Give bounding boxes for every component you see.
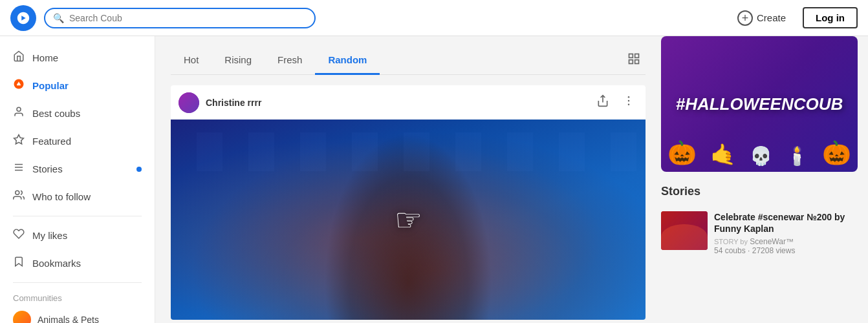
story-card[interactable]: Celebrate #scenewar №200 by Funny Kaplan… bbox=[661, 206, 858, 260]
svg-rect-10 bbox=[635, 60, 639, 64]
search-input[interactable] bbox=[69, 13, 307, 23]
sidebar: Home Popular Best coubs Featured Stories bbox=[0, 36, 155, 323]
story-thumbnail bbox=[661, 211, 708, 250]
svg-point-1 bbox=[17, 107, 21, 111]
sidebar-item-stories[interactable]: Stories bbox=[0, 155, 155, 183]
story-title: Celebrate #scenewar №200 by Funny Kaplan bbox=[714, 211, 858, 234]
sidebar-item-label: Best coubs bbox=[32, 108, 80, 119]
header-right: + Create Log in bbox=[731, 6, 858, 30]
deco-candle-icon: 🕯️ bbox=[786, 145, 808, 167]
stories-badge bbox=[136, 167, 142, 172]
video-card: Christine rrrr bbox=[171, 85, 646, 320]
halloween-banner[interactable]: #HALLOWEENCOUB 🎃 🤙 💀 🕯️ 🎃 bbox=[661, 36, 858, 172]
sidebar-item-label: Bookmarks bbox=[32, 258, 81, 269]
person-icon bbox=[13, 106, 25, 121]
svg-marker-2 bbox=[14, 135, 24, 144]
deco-pumpkin-2: 🎃 bbox=[822, 140, 851, 167]
sidebar-item-popular[interactable]: Popular bbox=[0, 72, 155, 99]
sidebar-item-label: My likes bbox=[32, 230, 67, 241]
video-thumbnail[interactable]: ☞ bbox=[171, 120, 646, 320]
halloween-decorations: 🎃 🤙 💀 🕯️ 🎃 bbox=[661, 120, 858, 172]
community-label: Animals & Pets bbox=[38, 315, 99, 323]
svg-point-14 bbox=[628, 104, 630, 106]
story-stats: 54 coubs · 27208 views bbox=[714, 246, 858, 255]
svg-rect-7 bbox=[629, 54, 633, 58]
sidebar-item-bookmarks[interactable]: Bookmarks bbox=[0, 249, 155, 277]
video-header: Christine rrrr bbox=[171, 85, 646, 120]
sidebar-item-featured[interactable]: Featured bbox=[0, 127, 155, 155]
halloween-title: #HALLOWEENCOUB bbox=[668, 90, 851, 119]
search-bar: 🔍 bbox=[44, 8, 316, 28]
svg-rect-9 bbox=[629, 60, 633, 64]
logo[interactable] bbox=[10, 5, 36, 31]
video-actions bbox=[594, 92, 638, 113]
stories-section-title: Stories bbox=[661, 185, 858, 198]
story-meta: STORY by SceneWar™ bbox=[714, 237, 858, 246]
sidebar-divider bbox=[13, 216, 142, 216]
svg-point-12 bbox=[628, 96, 630, 98]
story-author: SceneWar™ bbox=[750, 237, 794, 246]
sidebar-item-label: Popular bbox=[32, 80, 69, 91]
people-icon bbox=[13, 189, 25, 204]
layout: Home Popular Best coubs Featured Stories bbox=[0, 36, 868, 323]
main-content: Hot Rising Fresh Random Christine rrrr bbox=[155, 36, 661, 323]
create-label: Create bbox=[757, 12, 786, 23]
community-avatar bbox=[13, 311, 31, 323]
story-info: Celebrate #scenewar №200 by Funny Kaplan… bbox=[714, 211, 858, 255]
bookmark-icon bbox=[13, 256, 25, 271]
tab-hot[interactable]: Hot bbox=[171, 47, 212, 75]
cursor-overlay-icon: ☞ bbox=[395, 202, 422, 238]
sidebar-item-label: Home bbox=[32, 52, 58, 63]
header: 🔍 + Create Log in bbox=[0, 0, 868, 36]
sidebar-item-label: Featured bbox=[32, 136, 71, 147]
tab-random[interactable]: Random bbox=[315, 47, 380, 75]
svg-rect-8 bbox=[635, 54, 639, 58]
deco-pumpkin-1: 🎃 bbox=[667, 140, 697, 167]
popular-icon bbox=[13, 78, 25, 93]
communities-label: Communities bbox=[0, 288, 155, 306]
heart-icon bbox=[13, 228, 25, 243]
login-button[interactable]: Log in bbox=[803, 7, 858, 28]
sidebar-item-home[interactable]: Home bbox=[0, 44, 155, 72]
plus-icon: + bbox=[737, 10, 753, 26]
tabs-bar: Hot Rising Fresh Random bbox=[171, 47, 646, 75]
sidebar-community-animals[interactable]: Animals & Pets bbox=[0, 306, 155, 323]
sidebar-item-label: Who to follow bbox=[32, 191, 91, 202]
sidebar-item-best-coubs[interactable]: Best coubs bbox=[0, 99, 155, 127]
sidebar-divider-2 bbox=[13, 282, 142, 283]
create-button[interactable]: + Create bbox=[731, 6, 792, 30]
tab-fresh[interactable]: Fresh bbox=[265, 47, 315, 75]
right-sidebar: #HALLOWEENCOUB 🎃 🤙 💀 🕯️ 🎃 Stories Celeb bbox=[661, 36, 868, 323]
story-meta-prefix: STORY by bbox=[714, 238, 748, 245]
sidebar-item-my-likes[interactable]: My likes bbox=[0, 222, 155, 249]
share-button[interactable] bbox=[594, 92, 612, 113]
more-options-button[interactable] bbox=[620, 92, 638, 113]
sidebar-item-who-to-follow[interactable]: Who to follow bbox=[0, 183, 155, 211]
search-icon: 🔍 bbox=[53, 13, 64, 23]
tab-rising[interactable]: Rising bbox=[212, 47, 265, 75]
sidebar-item-label: Stories bbox=[32, 163, 63, 174]
svg-point-13 bbox=[628, 100, 630, 102]
grid-view-icon[interactable] bbox=[622, 47, 646, 74]
star-icon bbox=[13, 134, 25, 149]
deco-skull-icon: 💀 bbox=[750, 145, 772, 167]
avatar bbox=[179, 92, 199, 113]
stories-icon bbox=[13, 162, 25, 176]
home-icon bbox=[13, 50, 25, 65]
username[interactable]: Christine rrrr bbox=[206, 98, 261, 108]
stories-section: Stories Celebrate #scenewar №200 by Funn… bbox=[661, 185, 858, 260]
deco-hand-icon: 🤙 bbox=[710, 142, 736, 167]
svg-point-6 bbox=[16, 191, 19, 194]
